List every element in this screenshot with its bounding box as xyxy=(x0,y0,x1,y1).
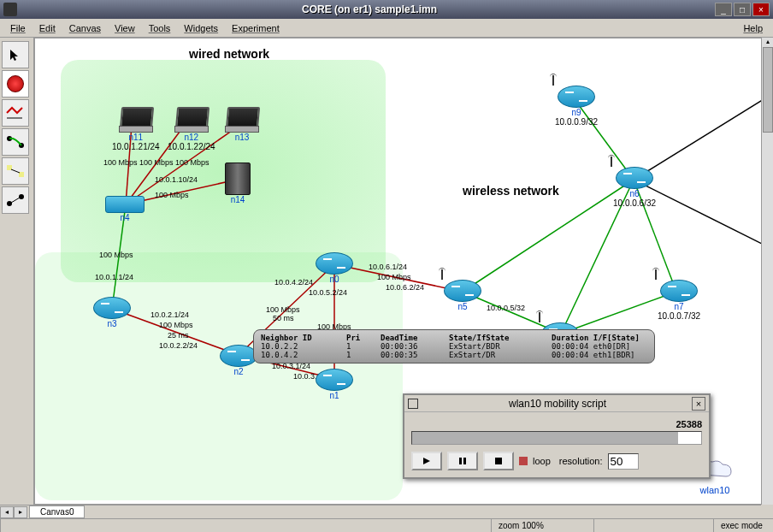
canvas[interactable]: wired network wireless network 100 Mbps … xyxy=(34,38,773,505)
table-row: 10.0.2.2100:00:36ExStart/BDR00:00:04 eth… xyxy=(261,342,647,351)
pause-button[interactable] xyxy=(447,452,478,470)
stop-button[interactable] xyxy=(483,452,514,470)
progress-bar[interactable] xyxy=(411,431,702,445)
mobility-value: 25388 xyxy=(411,419,702,429)
router-icon xyxy=(616,167,653,189)
node-n6[interactable]: n610.0.0.6/32 xyxy=(613,167,656,208)
node-n12[interactable]: n1210.0.1.22/24 xyxy=(168,107,215,151)
node-n0[interactable]: n0 xyxy=(316,252,353,284)
svg-line-4 xyxy=(11,169,20,173)
node-ip: 10.0.0.5/32 xyxy=(487,304,525,312)
laptop-icon xyxy=(174,107,209,133)
table-row: 10.0.4.2100:00:35ExStart/DR00:00:04 eth1… xyxy=(261,351,647,359)
maximize-button[interactable]: □ xyxy=(734,3,751,16)
antenna-icon xyxy=(439,269,446,281)
link-label: 10.0.1.10/24 xyxy=(155,175,198,184)
laptop-icon xyxy=(119,107,153,133)
node-n11[interactable]: n1110.0.1.21/24 xyxy=(112,107,160,151)
status-mode: exec mode xyxy=(713,519,773,532)
menu-canvas[interactable]: Canvas xyxy=(62,21,108,35)
menu-widgets[interactable]: Widgets xyxy=(177,21,225,35)
antenna-icon xyxy=(536,312,543,324)
link-label: 10.0.2.2/24 xyxy=(159,341,198,350)
svg-rect-26 xyxy=(459,458,462,464)
link-label: 100 Mbps 100 Mbps 100 Mbps xyxy=(103,158,209,167)
svg-rect-28 xyxy=(495,458,502,464)
menu-help[interactable]: Help xyxy=(736,21,770,35)
play-button[interactable] xyxy=(411,452,442,470)
observer-tool[interactable] xyxy=(2,99,29,127)
menu-file[interactable]: File xyxy=(3,21,32,35)
antenna-icon xyxy=(652,269,659,281)
link-label: 10.0.6.1/24 xyxy=(369,263,407,271)
link-label: 100 Mbps xyxy=(99,251,133,259)
select-tool[interactable] xyxy=(2,41,29,68)
wired-label: wired network xyxy=(189,47,269,61)
node-n13[interactable]: n13 xyxy=(225,107,259,142)
svg-line-7 xyxy=(11,198,20,203)
node-n7[interactable]: n710.0.0.7/32 xyxy=(658,280,700,321)
loop-label: loop xyxy=(533,456,551,466)
node-n9[interactable]: n910.0.0.9/32 xyxy=(555,86,598,127)
node-n14[interactable]: n14 xyxy=(225,163,251,204)
svg-rect-27 xyxy=(463,458,466,464)
router-icon xyxy=(220,345,257,367)
menu-view[interactable]: View xyxy=(108,21,142,35)
node-n4[interactable]: n4 xyxy=(105,196,145,222)
close-button[interactable]: × xyxy=(752,3,770,16)
router-icon xyxy=(444,280,481,302)
mobility-title: wlan10 mobility script xyxy=(423,398,692,410)
link-label: 10.0.4.2/24 xyxy=(274,278,313,287)
link-label: 10.0.2.1/24 xyxy=(150,310,189,319)
router-icon xyxy=(316,252,353,275)
router-icon xyxy=(93,297,131,319)
link-label: 25 ms xyxy=(168,331,189,340)
status-blank xyxy=(593,519,713,532)
status-empty xyxy=(0,519,491,532)
wireless-label: wireless network xyxy=(463,184,559,198)
status-zoom: zoom 100% xyxy=(491,519,593,532)
node-n2[interactable]: n2 xyxy=(220,345,257,376)
window-menu-icon[interactable] xyxy=(408,399,418,409)
resolution-input[interactable] xyxy=(608,453,639,470)
svg-point-6 xyxy=(19,194,24,199)
node-n3[interactable]: n3 xyxy=(93,297,131,328)
tab-left-arrow[interactable]: ◂ xyxy=(0,506,14,518)
link-label: 10.0.6.2/24 xyxy=(386,283,424,292)
antenna-icon xyxy=(550,75,557,87)
switch-icon xyxy=(105,196,145,213)
ospf-neighbors-widget[interactable]: Neighbor ID Pri DeadTime State/IfState D… xyxy=(253,329,655,364)
link-label: 100 Mbps xyxy=(159,321,193,329)
menu-experiment[interactable]: Experiment xyxy=(225,21,286,35)
antenna-icon xyxy=(608,157,615,168)
marker-tool[interactable] xyxy=(2,128,29,156)
node-n1[interactable]: n1 xyxy=(316,369,353,400)
svg-point-5 xyxy=(7,201,12,206)
router-icon xyxy=(558,86,595,108)
mobility-script-window[interactable]: wlan10 mobility script × 25388 loop reso… xyxy=(403,393,711,479)
server-icon xyxy=(225,163,251,195)
router-icon xyxy=(316,369,353,391)
link-label: 100 Mbps xyxy=(377,273,411,281)
stop-tool[interactable] xyxy=(2,70,29,98)
resolution-label: resolution: xyxy=(559,456,603,466)
link-label: 50 ms xyxy=(273,314,294,322)
twonode-tool[interactable] xyxy=(2,157,29,185)
loop-flag-icon xyxy=(519,457,528,465)
link-label: 100 Mbps xyxy=(155,191,189,199)
node-n5[interactable]: n5 xyxy=(444,280,481,311)
canvas-tab[interactable]: Canvas0 xyxy=(29,505,85,518)
close-icon[interactable]: × xyxy=(692,397,705,411)
vertical-scrollbar[interactable]: ▴ xyxy=(761,38,773,505)
app-icon xyxy=(3,3,17,16)
tab-right-arrow[interactable]: ▸ xyxy=(14,506,27,518)
menu-edit[interactable]: Edit xyxy=(32,21,62,35)
window-title: CORE (on er1) sample1.imn xyxy=(24,3,715,15)
minimize-button[interactable]: _ xyxy=(715,3,732,16)
link-label: 10.0.1.1/24 xyxy=(95,273,133,281)
wired-zone xyxy=(61,60,386,282)
link-label: 10.0.5.2/24 xyxy=(309,288,347,297)
menu-tools[interactable]: Tools xyxy=(142,21,178,35)
link-label: 100 Mbps xyxy=(266,305,300,314)
run-tool[interactable] xyxy=(2,186,29,214)
